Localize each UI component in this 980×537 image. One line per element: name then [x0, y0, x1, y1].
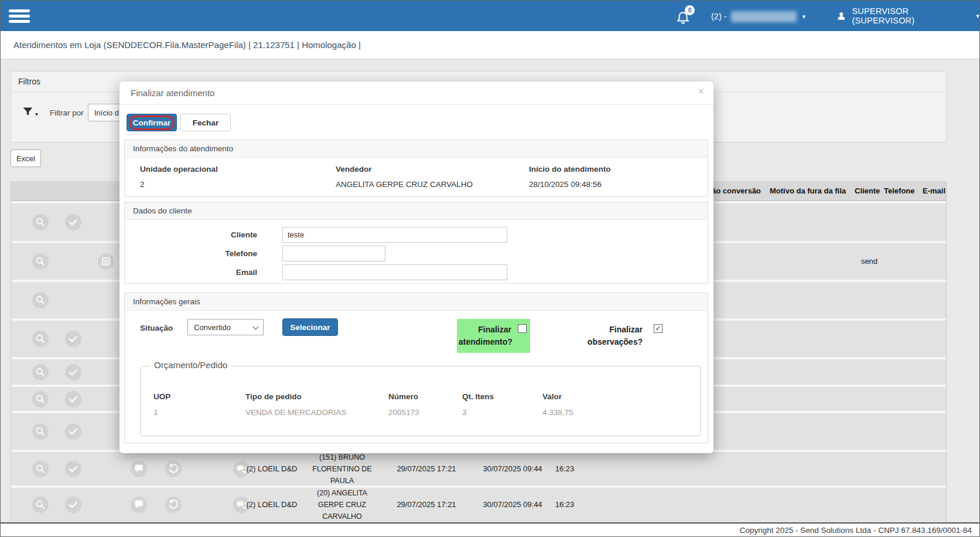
panel-title: Informações gerais [125, 293, 708, 311]
info-atendimento-panel: Informações do atendimento Unidade opera… [124, 140, 708, 197]
finalizar-observacoes-group: Finalizar observações? ✓ [554, 319, 664, 353]
situacao-label: Situação [140, 324, 173, 332]
email-input[interactable] [282, 264, 507, 280]
dados-cliente-panel: Dados do cliente Cliente Telefone Email [124, 202, 708, 284]
search-icon[interactable] [32, 331, 49, 347]
filter-by-value: Início d [94, 108, 119, 117]
notifications-button[interactable]: 0 [675, 6, 700, 28]
finalizar-observacoes-checkbox[interactable]: ✓ [654, 324, 663, 333]
column-header-motivo-fura-fila[interactable]: Motivo da fura da fila [770, 186, 846, 195]
app-window: 0 (2) - ▾ SUPERVISOR (SUPERVISOR) ▾ Aten… [0, 0, 980, 537]
search-icon[interactable] [32, 214, 49, 230]
finalizar-atendimento-highlight: Finalizar atendimento? [457, 319, 530, 353]
cell-cliente: send [849, 256, 890, 268]
search-icon[interactable] [32, 461, 49, 477]
column-header-nao-conversao[interactable]: ão conversão [712, 186, 761, 195]
close-icon[interactable]: × [698, 86, 704, 97]
fieldset-legend: Orçamento/Pedido [150, 360, 231, 370]
cell-inicio: 29/07/2025 17:21 [391, 498, 462, 511]
chevron-down-icon: ▾ [803, 13, 806, 21]
hamburger-menu-icon[interactable] [9, 8, 30, 24]
informacoes-gerais-panel: Informações gerais Situação Convertido S… [124, 293, 708, 443]
situacao-select[interactable]: Convertido [187, 319, 264, 335]
order-col-numero: Número2005173 [388, 392, 419, 417]
column-header-telefone[interactable]: Telefone [884, 186, 915, 195]
filter-funnel-button[interactable]: ▾ [22, 106, 42, 121]
order-col-valor: Valor4.338,75 [542, 392, 573, 417]
column-header-email[interactable]: E-mail [923, 186, 945, 195]
cell-duracao: 16:23 [549, 498, 581, 511]
check-icon[interactable] [65, 331, 81, 347]
modal-title-bar: Finalizar atendimento × [119, 81, 713, 105]
field-unidade-operacional: Unidade operacional 2 [140, 165, 218, 189]
telefone-input[interactable] [282, 246, 385, 261]
funnel-icon [22, 106, 34, 118]
search-icon[interactable] [32, 364, 49, 380]
check-icon[interactable] [65, 364, 81, 380]
footer: Copyright 2025 - Send Solutions Ltda - C… [1, 522, 979, 537]
cell-uop: (2) LOEIL D&D [240, 498, 304, 511]
cliente-input[interactable] [282, 227, 507, 243]
confirm-button[interactable]: Confirmar [127, 114, 177, 131]
fechar-button[interactable]: Fechar [180, 114, 231, 131]
field-value: 2 [140, 180, 218, 189]
finalizar-observacoes-label: Finalizar observações? [578, 324, 643, 348]
cell-vendedor: (20) ANGELITA GERPE CRUZ CARVALHO [307, 487, 377, 522]
comment-icon[interactable] [131, 497, 147, 513]
selecionar-button[interactable]: Selecionar [282, 318, 338, 336]
field-label: Vendedor [336, 165, 473, 174]
user-menu[interactable]: SUPERVISOR (SUPERVISOR) ▾ [836, 8, 979, 23]
cell-inicio: 29/07/2025 17:21 [391, 463, 462, 475]
search-icon[interactable] [32, 497, 49, 513]
history-icon[interactable] [165, 497, 182, 513]
breadcrumb-bar: Atendimentos em Loja (SENDDECOR.Fila.Mas… [1, 31, 979, 59]
store-prefix: (2) - [711, 12, 727, 21]
list-icon[interactable] [98, 253, 114, 270]
check-icon[interactable] [65, 391, 81, 407]
cell-fim: 30/07/2025 09:44 [477, 463, 548, 475]
search-icon[interactable] [32, 253, 49, 270]
store-selector[interactable]: (2) - ▾ [711, 9, 805, 24]
finalizar-atendimento-label: Finalizar atendimento? [459, 324, 511, 348]
finalizar-atendimento-checkbox[interactable] [518, 324, 527, 333]
excel-export-button[interactable]: Excel [11, 149, 41, 167]
panel-title: Dados do cliente [125, 202, 708, 220]
cell-duracao: 16:23 [549, 463, 581, 475]
field-label: Unidade operacional [140, 165, 218, 174]
table-row: (2) LOEIL D&D (151) BRUNO FLORENTINO DE … [11, 452, 946, 485]
chevron-down-icon [253, 324, 259, 330]
modal-title: Finalizar atendimento [131, 88, 214, 98]
table-row: (2) LOEIL D&D (20) ANGELITA GERPE CRUZ C… [11, 488, 946, 521]
cell-fim: 30/07/2025 09:44 [477, 498, 548, 511]
breadcrumb: Atendimentos em Loja (SENDDECOR.Fila.Mas… [13, 40, 361, 50]
search-icon[interactable] [32, 423, 49, 440]
check-icon[interactable] [65, 423, 81, 440]
panel-title: Informações do atendimento [125, 140, 708, 158]
order-col-uop: UOP1 [153, 392, 170, 417]
search-icon[interactable] [32, 292, 49, 308]
comment-icon[interactable] [131, 461, 147, 477]
cell-vendedor: (151) BRUNO FLORENTINO DE PAULA [307, 451, 377, 487]
history-icon[interactable] [165, 461, 182, 477]
check-icon[interactable] [65, 461, 81, 477]
search-icon[interactable] [32, 391, 49, 407]
field-label: Início do atendimento [529, 165, 611, 174]
order-col-tipo: Tipo de pedidoVENDA DE MERCADORIAS [245, 392, 347, 417]
check-icon[interactable] [65, 214, 81, 230]
field-value: 28/10/2025 09:48:56 [529, 180, 611, 189]
orcamento-pedido-fieldset: Orçamento/Pedido UOP1 Tipo de pedidoVEND… [140, 366, 701, 436]
cliente-label: Cliente [125, 230, 257, 239]
cell-uop: (2) LOEIL D&D [240, 463, 304, 475]
email-label: Email [125, 268, 257, 277]
copyright-text: Copyright 2025 - Send Solutions Ltda - C… [740, 526, 972, 535]
field-inicio-atendimento: Início do atendimento 28/10/2025 09:48:5… [529, 165, 611, 189]
chevron-down-icon: ▾ [976, 12, 979, 20]
order-col-qt-itens: Qt. Itens3 [462, 392, 494, 417]
finalizar-atendimento-modal: Finalizar atendimento × Confirmar Fechar… [119, 81, 713, 453]
filter-by-label: Filtrar por [50, 108, 84, 117]
telefone-label: Telefone [125, 249, 257, 258]
check-icon[interactable] [65, 497, 81, 513]
user-icon [836, 11, 846, 22]
chevron-down-icon: ▾ [35, 111, 38, 117]
column-header-cliente[interactable]: Cliente [855, 186, 880, 195]
